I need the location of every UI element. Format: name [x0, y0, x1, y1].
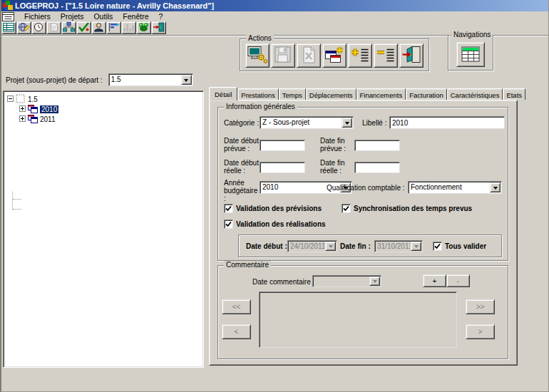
next-comment-button[interactable]: >	[466, 324, 495, 339]
toolbar-document-button[interactable]	[46, 21, 61, 34]
tab-temps[interactable]: Temps	[279, 88, 306, 100]
last-comment-button[interactable]: >>	[466, 299, 495, 314]
tree-item-root[interactable]: 1.5	[7, 94, 38, 104]
window-title: LOGEPROJ - ["1.5 Loire nature - Avrilly …	[15, 1, 214, 10]
synchronisation-temps-checkbox[interactable]	[342, 204, 351, 213]
action-add-button[interactable]	[348, 43, 372, 68]
action-cancel-button[interactable]	[297, 43, 321, 68]
date-fin-prevue-label: Date fin prévue :	[320, 137, 354, 153]
orgchart-icon	[63, 22, 75, 34]
tree-item-label[interactable]: 2011	[40, 115, 56, 123]
tous-valider-checkbox[interactable]	[433, 242, 442, 251]
date-commentaire-label: Date commentaire :	[252, 278, 314, 286]
qualification-comptable-value: Fonctionnement	[409, 182, 489, 193]
information-generales-label: Information générales	[224, 103, 297, 111]
action-save-button[interactable]	[271, 43, 295, 68]
tab-facturation[interactable]: Facturation	[406, 88, 447, 100]
expand-expander-icon[interactable]	[19, 105, 26, 113]
expand-expander-icon[interactable]	[19, 115, 26, 123]
categorie-select[interactable]: Z - Sous-projet	[260, 116, 354, 129]
toolbar-chart-button[interactable]	[121, 21, 136, 34]
action-apply-button[interactable]	[245, 43, 270, 68]
project-select[interactable]: 1.5	[108, 73, 193, 86]
dropdown-arrow-icon[interactable]	[181, 75, 192, 85]
clock-icon	[33, 22, 45, 34]
date-fin-reelle-input[interactable]	[354, 162, 400, 173]
add-comment-button[interactable]: +	[423, 274, 446, 287]
date-debut-label: Date début :	[246, 242, 287, 250]
date-debut-reelle-input[interactable]	[260, 162, 305, 173]
action-exit-button[interactable]	[399, 43, 424, 68]
exit-door-icon	[153, 22, 165, 34]
action-remove-button[interactable]	[374, 43, 398, 68]
toolbar-clock-button[interactable]	[31, 21, 46, 34]
date-fin-prevue-input[interactable]	[354, 140, 400, 151]
validation-realisations-label: Validation des réalisations	[236, 220, 326, 228]
tab-deplacements[interactable]: Déplacements	[306, 88, 356, 100]
action-new-window-button[interactable]	[322, 43, 347, 68]
previous-comment-button[interactable]: <	[222, 324, 251, 339]
date-commentaire-select[interactable]	[312, 275, 381, 287]
first-comment-button[interactable]: <<	[222, 299, 251, 314]
toolbar-frog-button[interactable]	[136, 21, 151, 34]
validation-realisations-checkbox[interactable]	[224, 220, 233, 229]
remove-comment-button[interactable]: -	[446, 274, 470, 287]
tab-financements[interactable]: Financements	[356, 88, 406, 100]
project-node-icon	[16, 94, 26, 105]
tree-item-2011[interactable]: 2011	[19, 114, 56, 124]
dropdown-arrow-icon	[325, 242, 336, 251]
detail-tab-panel: Information générales Catégorie : Z - So…	[209, 100, 518, 366]
menu-fichiers[interactable]: Fichiers	[19, 12, 56, 21]
date-debut-prevue-input[interactable]	[260, 140, 305, 151]
date-debut-reelle-label: Date début réelle :	[224, 159, 261, 175]
menu-fenetre[interactable]: Fenêtre	[118, 12, 153, 21]
tree-item-label-selected[interactable]: 2010	[40, 105, 58, 113]
project-tree[interactable]: 1.5 2010 2011	[3, 91, 204, 368]
save-icon	[273, 46, 293, 66]
add-item-icon	[350, 46, 370, 66]
tree-connector	[12, 192, 13, 210]
toolbar-user-button[interactable]	[91, 21, 106, 34]
validation-previsions-label: Validation des prévisions	[236, 205, 322, 212]
tab-caracteristiques[interactable]: Caractéristiques	[447, 88, 503, 100]
actions-group: Actions	[240, 38, 429, 71]
libelle-input[interactable]	[389, 116, 505, 129]
tree-item-label[interactable]: 1.5	[28, 96, 38, 103]
new-window-icon	[324, 46, 344, 66]
toolbar-spreadsheet-button[interactable]	[1, 21, 16, 34]
tab-etats[interactable]: Etats	[503, 88, 525, 100]
toolbar-orgchart-button[interactable]	[61, 21, 76, 34]
app-icon	[3, 1, 13, 11]
tab-detail[interactable]: Détail	[209, 87, 237, 100]
date-debut-select[interactable]: 24/10/2011	[287, 240, 337, 252]
check-icon	[434, 243, 441, 249]
menu-outils[interactable]: Outils	[88, 12, 118, 21]
dropdown-arrow-icon[interactable]	[342, 118, 352, 128]
date-fin-value: 31/10/2011	[375, 241, 410, 252]
toolbar-exit-button[interactable]	[151, 21, 166, 34]
dropdown-arrow-icon[interactable]	[490, 182, 501, 192]
date-fin-select[interactable]: 31/10/2011	[374, 240, 423, 252]
subproject-node-icon	[28, 114, 38, 125]
spreadsheet-icon	[3, 22, 15, 34]
validation-previsions-checkbox[interactable]	[224, 204, 233, 213]
navigations-group: Navigations	[448, 35, 493, 71]
menu-aide[interactable]: ?	[153, 12, 168, 21]
comment-textarea[interactable]	[259, 292, 457, 348]
collapse-expander-icon[interactable]	[7, 96, 14, 103]
tab-prestations[interactable]: Prestations	[237, 88, 279, 100]
tab-strip: Détail Prestations Temps Déplacements Fi…	[209, 87, 525, 100]
menu-projets[interactable]: Projets	[56, 12, 89, 21]
remove-item-icon	[376, 46, 396, 66]
title-bar[interactable]: LOGEPROJ - ["1.5 Loire nature - Avrilly …	[1, 0, 548, 11]
chart-icon	[123, 22, 135, 34]
document-icon	[48, 22, 60, 34]
qualification-comptable-select[interactable]: Fonctionnement	[408, 181, 502, 194]
tree-item-2010[interactable]: 2010	[19, 104, 58, 114]
toolbar-planning-button[interactable]	[106, 21, 121, 34]
navigation-table-button[interactable]	[456, 42, 485, 67]
toolbar-globe-edit-button[interactable]	[16, 21, 31, 34]
information-generales-group: Information générales Catégorie : Z - So…	[217, 107, 508, 261]
toolbar-validate-button[interactable]	[76, 21, 91, 34]
tous-valider-label: Tous valider	[445, 242, 486, 250]
